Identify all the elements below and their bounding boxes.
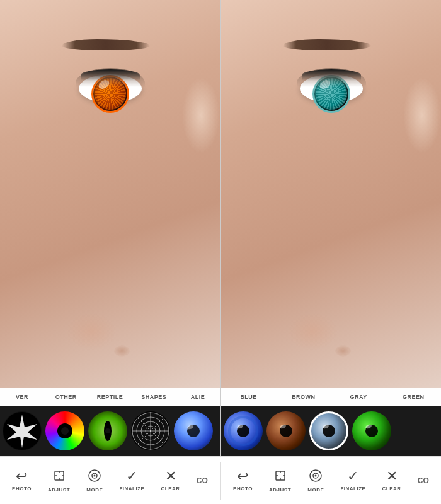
right-eye-lens	[314, 77, 348, 111]
left-lens-blue-alien[interactable]	[174, 411, 213, 450]
compare-icon-right: CO	[418, 477, 429, 484]
right-lens-green[interactable]	[352, 411, 391, 450]
mode-icon	[88, 469, 101, 484]
right-adjust-button[interactable]: ADJUST	[266, 466, 294, 495]
right-cat-brown[interactable]: BROWN	[276, 394, 331, 400]
svg-point-41	[315, 474, 317, 476]
clear-icon-left: ✕	[165, 469, 176, 483]
right-finalize-icon: ✓	[347, 469, 358, 483]
right-face-image	[221, 0, 441, 388]
left-cat-other[interactable]: OTHER	[44, 394, 88, 400]
right-cat-blue[interactable]: BLUE	[221, 394, 276, 400]
right-cat-green[interactable]: GREEN	[386, 394, 441, 400]
left-cat-ver[interactable]: VER	[0, 394, 44, 400]
right-adjust-icon	[273, 469, 287, 484]
right-photo-icon: ↩	[237, 469, 248, 483]
left-cheek-highlight	[66, 312, 117, 350]
svg-point-33	[94, 474, 96, 476]
right-eyelashes	[302, 69, 361, 81]
right-lens-options	[221, 406, 441, 456]
clear-icon-right: ✕	[386, 469, 398, 483]
left-toolbar: ↩ PHOTO ADJUST	[0, 466, 220, 495]
right-photo-label: PHOTO	[233, 486, 253, 491]
right-lens-blue[interactable]	[224, 411, 263, 450]
right-mode-icon	[309, 469, 323, 484]
right-mode-label: MODE	[307, 487, 324, 493]
finalize-label: FINALIZE	[119, 486, 144, 491]
right-eye-area	[297, 68, 366, 109]
left-face-image	[0, 0, 220, 388]
left-eye-lens	[93, 77, 127, 111]
left-eye-area	[76, 68, 145, 109]
left-lens-rainbow[interactable]	[45, 411, 84, 450]
adjust-icon	[52, 469, 66, 484]
right-mode-button[interactable]: MODE	[305, 466, 326, 495]
left-lens-star[interactable]	[3, 411, 42, 450]
right-clear-button[interactable]: ✕ CLEAR	[380, 467, 404, 494]
right-skin-highlight	[403, 77, 441, 153]
right-toolbar: ↩ PHOTO ADJUST	[221, 466, 441, 495]
left-cat-shapes[interactable]: SHAPES	[132, 394, 176, 400]
right-finalize-label: FINALIZE	[340, 486, 365, 491]
left-eyebrow	[62, 39, 150, 50]
main-content: VER OTHER REPTILE SHAPES ALIE	[0, 0, 441, 456]
left-panel: VER OTHER REPTILE SHAPES ALIE	[0, 0, 221, 456]
left-lens-cat[interactable]	[88, 411, 127, 450]
clear-label-right: CLEAR	[382, 486, 401, 491]
left-clear-button[interactable]: ✕ CLEAR	[159, 467, 183, 494]
right-cheek-highlight	[287, 312, 338, 350]
right-adjust-label: ADJUST	[269, 487, 291, 493]
left-photo-button[interactable]: ↩ PHOTO	[9, 467, 34, 494]
photo-icon: ↩	[16, 469, 27, 483]
right-category-bar: BLUE BROWN GRAY GREEN	[221, 388, 441, 406]
left-cat-alien[interactable]: ALIE	[176, 394, 220, 400]
right-compare-button[interactable]: CO	[415, 474, 432, 487]
right-panel: BLUE BROWN GRAY GREEN	[221, 0, 441, 456]
left-lens-spider[interactable]	[131, 411, 170, 450]
left-compare-button[interactable]: CO	[194, 474, 210, 487]
clear-label-left: CLEAR	[161, 486, 180, 491]
photo-label: PHOTO	[12, 486, 32, 491]
mode-label: MODE	[86, 487, 103, 493]
right-lens-brown[interactable]	[266, 411, 306, 450]
svg-point-3	[61, 427, 69, 435]
left-skin-highlight	[182, 77, 220, 153]
left-finalize-button[interactable]: ✓ FINALIZE	[117, 467, 147, 494]
left-category-bar: VER OTHER REPTILE SHAPES ALIE	[0, 388, 220, 406]
left-cat-reptile[interactable]: REPTILE	[88, 394, 132, 400]
right-lens-gray[interactable]	[309, 411, 348, 450]
right-cat-gray[interactable]: GRAY	[331, 394, 386, 400]
left-eyelashes	[81, 69, 140, 81]
left-adjust-button[interactable]: ADJUST	[45, 466, 72, 495]
right-eyebrow	[283, 39, 371, 50]
toolbar: ↩ PHOTO ADJUST	[0, 456, 441, 504]
adjust-label: ADJUST	[48, 487, 70, 493]
finalize-icon: ✓	[126, 469, 137, 483]
left-lens-options	[0, 406, 220, 456]
svg-point-5	[105, 428, 110, 433]
right-finalize-button[interactable]: ✓ FINALIZE	[338, 467, 368, 494]
left-mode-button[interactable]: MODE	[84, 466, 105, 495]
compare-icon-left: CO	[197, 477, 208, 484]
right-photo-button[interactable]: ↩ PHOTO	[231, 467, 255, 494]
